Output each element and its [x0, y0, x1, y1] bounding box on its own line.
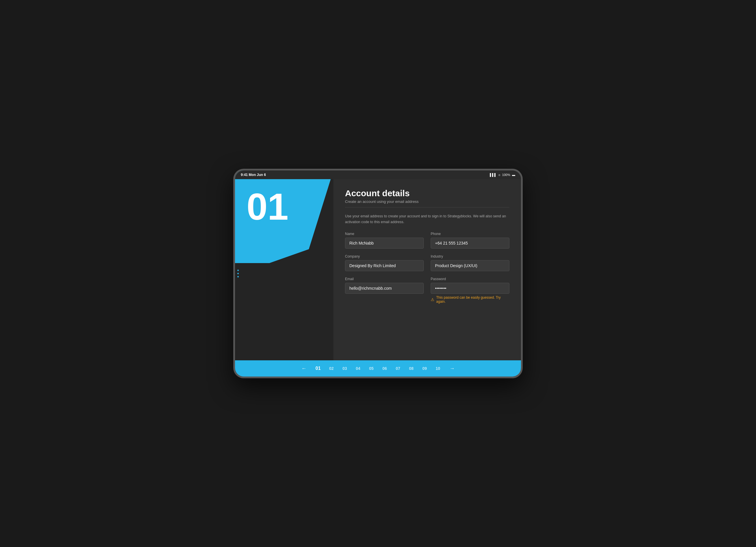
device-frame: 9:41 Mon Jun 6 ▌▌▌ ⌾ 100% ▬ 01 Account d… [233, 169, 523, 378]
side-dot-3 [237, 276, 239, 278]
status-time: 9:41 Mon Jun 6 [241, 173, 266, 177]
company-group: Company [345, 254, 424, 271]
phone-group: Phone [431, 232, 509, 249]
nav-step-08[interactable]: 08 [407, 366, 415, 371]
prev-button[interactable]: ← [299, 364, 309, 373]
battery-icon: ▬ [512, 173, 515, 177]
nav-step-07[interactable]: 07 [394, 366, 402, 371]
phone-input[interactable] [431, 238, 509, 249]
industry-input[interactable] [431, 260, 509, 271]
nav-step-01[interactable]: 01 [314, 366, 322, 371]
page-description: Use your email address to create your ac… [345, 213, 509, 225]
industry-group: Industry [431, 254, 509, 271]
side-dots [237, 270, 239, 278]
nav-step-10[interactable]: 10 [434, 366, 442, 371]
name-phone-row: Name Phone [345, 232, 509, 249]
nav-step-02[interactable]: 02 [327, 366, 335, 371]
email-input[interactable] [345, 283, 424, 294]
next-button[interactable]: → [447, 364, 457, 373]
bottom-nav: ← 01 02 03 04 05 06 07 08 09 10 → [235, 360, 521, 377]
page-title: Account details [345, 188, 509, 198]
name-label: Name [345, 232, 424, 236]
email-label: Email [345, 277, 424, 281]
password-group: Password ⚠ This password can be easily g… [431, 277, 509, 304]
company-label: Company [345, 254, 424, 258]
password-label: Password [431, 277, 509, 281]
company-industry-row: Company Industry [345, 254, 509, 271]
nav-step-06[interactable]: 06 [381, 366, 389, 371]
nav-step-03[interactable]: 03 [341, 366, 349, 371]
step-number-display: 01 [247, 188, 289, 225]
divider [345, 207, 509, 208]
warning-text: This password can be easily guessed. Try… [436, 295, 509, 304]
main-content: Account details Create an account using … [333, 179, 521, 360]
nav-step-09[interactable]: 09 [421, 366, 429, 371]
nav-step-04[interactable]: 04 [354, 366, 362, 371]
warning-icon: ⚠ [431, 297, 434, 302]
name-group: Name [345, 232, 424, 249]
wifi-icon: ⌾ [498, 173, 500, 177]
nav-step-05[interactable]: 05 [367, 366, 375, 371]
password-warning: ⚠ This password can be easily guessed. T… [431, 295, 509, 304]
email-group: Email [345, 277, 424, 304]
status-icons: ▌▌▌ ⌾ 100% ▬ [490, 173, 515, 177]
password-input[interactable] [431, 283, 509, 294]
email-password-row: Email Password ⚠ This password can be ea… [345, 277, 509, 304]
company-input[interactable] [345, 260, 424, 271]
industry-label: Industry [431, 254, 509, 258]
status-bar: 9:41 Mon Jun 6 ▌▌▌ ⌾ 100% ▬ [235, 170, 521, 179]
battery-text: 100% [502, 173, 510, 177]
side-dot-1 [237, 270, 239, 271]
signal-icon: ▌▌▌ [490, 173, 496, 177]
page-subtitle: Create an account using your email addre… [345, 199, 509, 204]
phone-label: Phone [431, 232, 509, 236]
side-dot-2 [237, 273, 239, 274]
name-input[interactable] [345, 238, 424, 249]
